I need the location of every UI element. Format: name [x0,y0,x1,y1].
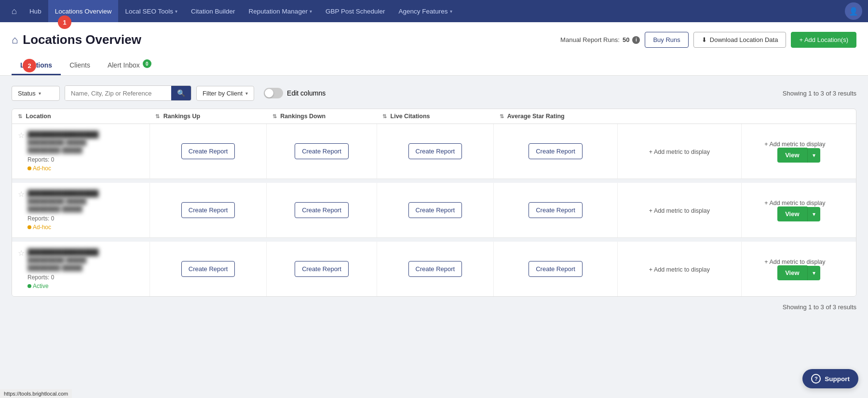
nav-item-local-seo-tools[interactable]: Local SEO Tools ▾ [118,0,184,22]
create-report-rankings-up-button[interactable]: Create Report [181,261,235,277]
col-header-live-citations[interactable]: ⇅ Live Citations [377,109,494,124]
add-metric-col5[interactable]: + Add metric to display [649,149,710,155]
nav-reputation-manager-label: Reputation Manager [249,8,308,15]
col-header-rankings-down[interactable]: ⇅ Rankings Down [267,109,377,124]
manual-runs-label: Manual Report Runs: [560,36,620,43]
tab-clients[interactable]: Clients [61,56,99,75]
location-address-line1: █████████ █████ [27,257,98,263]
download-location-data-button[interactable]: ⬇ Download Location Data [693,32,787,48]
location-address-line2: ████████ █████ [27,264,98,271]
location-address-line2: ████████ █████ [27,206,98,212]
add-metric-col5[interactable]: + Add metric to display [649,266,710,273]
view-dropdown-button[interactable]: ▾ [807,266,820,280]
favorite-star-icon[interactable]: ☆ [18,190,25,199]
nav-item-reputation-manager[interactable]: Reputation Manager ▾ [242,0,319,22]
page-header: ⌂ Locations Overview Manual Report Runs:… [0,22,868,76]
page-title-icon: ⌂ [12,34,18,46]
chevron-down-icon: ▾ [310,9,312,14]
edit-columns-label: Edit columns [287,89,326,97]
chevron-down-icon: ▾ [245,91,248,96]
nav-item-hub[interactable]: Hub [23,0,48,22]
info-icon[interactable]: i [632,36,640,44]
create-report-rankings-up-button[interactable]: Create Report [181,143,235,159]
location-status: Ad-hoc [27,165,98,172]
location-status: Ad-hoc [27,224,98,231]
location-address-line1: █████████ █████ [27,139,98,146]
main-content: Status ▾ 🔍 Filter by Client ▾ Edit colum… [0,76,868,320]
tab-alert-inbox[interactable]: Alert Inbox 0 [99,56,153,75]
page-title: Locations Overview [23,32,141,47]
edit-columns-toggle[interactable] [264,88,283,98]
location-address-line1: █████████ █████ [27,198,98,205]
buy-runs-button[interactable]: Buy Runs [645,32,688,48]
chevron-down-icon: ▾ [175,9,177,14]
view-dropdown-button[interactable]: ▾ [807,207,820,221]
location-reports: Reports: 0 [27,274,98,281]
filter-bar: Status ▾ 🔍 Filter by Client ▾ Edit colum… [12,85,856,101]
location-reports: Reports: 0 [27,156,98,163]
user-avatar[interactable]: 👤 [845,2,862,20]
add-metric-col6[interactable]: + Add metric to display [764,200,825,206]
locations-table: ⇅ Location ⇅ Rankings Up ⇅ Rankings Down… [12,109,856,296]
create-report-citations-button[interactable]: Create Report [408,261,462,277]
download-icon: ⬇ [702,36,707,43]
step-badge-1: 1 [58,15,71,29]
table-row: ☆ ████████████████ █████████ █████ █████… [12,242,856,296]
tab-locations[interactable]: Locations [12,56,61,75]
view-button[interactable]: View [777,148,807,163]
create-report-rankings-down-button[interactable]: Create Report [295,261,349,277]
filter-by-client-dropdown[interactable]: Filter by Client ▾ [196,86,254,101]
nav-citation-builder-label: Citation Builder [191,8,235,15]
results-count: Showing 1 to 3 of 3 results [783,90,856,97]
header-actions: Manual Report Runs: 50 i Buy Runs ⬇ Down… [560,32,856,48]
location-address-line2: ████████ █████ [27,147,98,153]
favorite-star-icon[interactable]: ☆ [18,248,25,258]
nav-local-seo-tools-label: Local SEO Tools [125,8,173,15]
create-report-rankings-up-button[interactable]: Create Report [181,202,235,218]
location-reports: Reports: 0 [27,215,98,222]
add-locations-button[interactable]: + Add Location(s) [791,32,856,48]
manual-runs-value: 50 [623,36,629,43]
table-row: ☆ ████████████████ █████████ █████ █████… [12,124,856,179]
create-report-rankings-down-button[interactable]: Create Report [295,202,349,218]
view-button[interactable]: View [777,206,807,221]
location-name: ████████████████ [27,248,98,256]
top-navigation: ⌂ Hub Locations Overview Local SEO Tools… [0,0,868,22]
col-header-avg-star[interactable]: ⇅ Average Star Rating [494,109,618,124]
col-header-location[interactable]: ⇅ Location [12,109,149,124]
alert-inbox-badge: 0 [143,59,151,68]
nav-agency-features-label: Agency Features [398,8,448,15]
location-name: ████████████████ [27,190,98,197]
create-report-citations-button[interactable]: Create Report [408,202,462,218]
view-dropdown-button[interactable]: ▾ [807,148,820,163]
col-header-rankings-up[interactable]: ⇅ Rankings Up [149,109,267,124]
location-name: ████████████████ [27,131,98,138]
add-metric-col6[interactable]: + Add metric to display [764,259,825,265]
create-report-rankings-down-button[interactable]: Create Report [295,143,349,159]
add-metric-col6[interactable]: + Add metric to display [764,141,825,148]
nav-item-citation-builder[interactable]: Citation Builder [184,0,242,22]
add-metric-col5[interactable]: + Add metric to display [649,207,710,214]
status-dot-icon [27,284,31,288]
search-input-wrap: 🔍 [65,85,191,101]
create-report-citations-button[interactable]: Create Report [408,143,462,159]
search-button[interactable]: 🔍 [171,86,191,100]
view-button[interactable]: View [777,265,807,280]
favorite-star-icon[interactable]: ☆ [18,131,25,140]
status-filter-dropdown[interactable]: Status ▾ [12,86,60,101]
manual-runs-info: Manual Report Runs: 50 i [560,36,640,44]
nav-home-icon[interactable]: ⌂ [6,6,23,16]
create-report-star-button[interactable]: Create Report [529,202,583,218]
create-report-star-button[interactable]: Create Report [529,143,583,159]
col-header-extra [617,109,741,124]
search-input[interactable] [65,86,171,100]
create-report-star-button[interactable]: Create Report [529,261,583,277]
bottom-results-count: Showing 1 to 3 of 3 results [12,303,856,311]
chevron-down-icon: ▾ [39,91,41,96]
nav-item-gbp-post-scheduler[interactable]: GBP Post Scheduler [319,0,392,22]
chevron-down-icon: ▾ [450,9,452,14]
tabs-bar: Locations Clients Alert Inbox 0 [12,56,856,75]
location-status: Active [27,283,98,289]
nav-item-agency-features[interactable]: Agency Features ▾ [392,0,459,22]
nav-hub-label: Hub [29,8,41,15]
